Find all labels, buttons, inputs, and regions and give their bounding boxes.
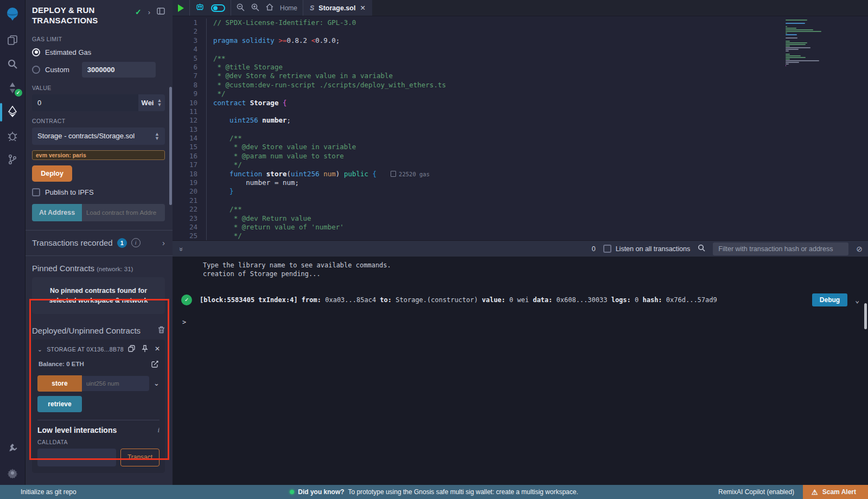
terminal-line: creation of Storage pending... <box>173 270 868 278</box>
active-plugin-indicator <box>0 103 2 121</box>
code-line[interactable]: 9 */ <box>173 89 868 98</box>
settings-icon[interactable] <box>0 461 25 485</box>
home-tab-label[interactable]: Home <box>280 4 297 12</box>
code-line[interactable]: 4 <box>173 45 868 54</box>
code-line[interactable]: 22 /** <box>173 205 868 214</box>
ai-assistant-icon[interactable] <box>195 3 205 13</box>
code-editor[interactable]: 1// SPDX-License-Identifier: GPL-3.023pr… <box>173 16 868 240</box>
scam-alert-button[interactable]: ⚠ Scam Alert <box>803 485 868 499</box>
store-function-button[interactable]: store <box>37 375 82 392</box>
code-line[interactable]: 23 * @dev Return value <box>173 214 868 223</box>
listen-all-checkbox[interactable]: Listen on all transactions <box>603 245 691 253</box>
panel-scrollbar[interactable] <box>169 87 172 205</box>
run-script-icon[interactable] <box>178 4 184 12</box>
code-line[interactable]: 11 <box>173 107 868 116</box>
custom-gas-input[interactable] <box>82 62 156 78</box>
copy-address-icon[interactable] <box>128 345 135 354</box>
code-line[interactable]: 18 function store(uint256 num) public {2… <box>173 170 868 178</box>
tab-label: Storage.sol <box>318 4 355 12</box>
code-line[interactable]: 24 * @return value of 'number' <box>173 223 868 232</box>
pin-contract-icon[interactable] <box>142 345 148 354</box>
code-line[interactable]: 25 */ <box>173 232 868 240</box>
value-input[interactable] <box>32 94 138 111</box>
retrieve-function-button[interactable]: retrieve <box>37 396 82 412</box>
code-line[interactable]: 13 <box>173 125 868 134</box>
radio-selected-icon <box>32 48 40 56</box>
custom-gas-label: Custom <box>45 66 69 74</box>
estimated-gas-label: Estimated Gas <box>45 48 91 56</box>
code-line[interactable]: 20 } <box>173 187 868 196</box>
expand-args-icon[interactable]: ⌄ <box>154 379 159 387</box>
app-window: ✓ DEPLOY & RUN TRANSACTIONS ✓ › <box>0 0 868 485</box>
value-unit-select[interactable]: Wei ▲▼ <box>138 94 165 111</box>
deploy-button[interactable]: Deploy <box>32 165 72 182</box>
chevron-right-icon[interactable]: › <box>162 238 165 247</box>
store-arg-input[interactable] <box>82 376 149 391</box>
ai-toggle-switch[interactable] <box>211 4 225 12</box>
info-icon[interactable]: i <box>131 238 141 247</box>
transact-button[interactable]: Transact <box>120 449 159 466</box>
minimap[interactable] <box>786 20 825 67</box>
contract-select[interactable]: Storage - contracts/Storage.sol ▲▼ <box>32 127 165 145</box>
code-line[interactable]: 14 /** <box>173 134 868 143</box>
info-icon[interactable]: i <box>157 426 159 434</box>
lightbulb-icon <box>290 490 294 494</box>
collapse-panel-icon[interactable]: › <box>148 8 150 16</box>
debugger-icon[interactable] <box>0 124 25 148</box>
tab-storage-sol[interactable]: S Storage.sol ✕ <box>303 0 372 16</box>
code-line[interactable]: 5/** <box>173 54 868 63</box>
plugin-manager-icon[interactable] <box>0 437 25 461</box>
zoom-in-icon[interactable] <box>251 3 259 13</box>
deploy-run-panel: DEPLOY & RUN TRANSACTIONS ✓ › GAS LIMIT … <box>25 0 173 485</box>
remix-logo-icon[interactable] <box>0 0 25 28</box>
code-line[interactable]: 21 <box>173 196 868 205</box>
home-icon[interactable] <box>266 3 273 12</box>
code-line[interactable]: 1// SPDX-License-Identifier: GPL-3.0 <box>173 18 868 27</box>
code-line[interactable]: 7 * @dev Store & retrieve value in a var… <box>173 72 868 80</box>
code-line[interactable]: 2 <box>173 27 868 36</box>
expand-log-icon[interactable]: ⌄ <box>855 296 859 304</box>
filter-input[interactable] <box>713 242 848 255</box>
transactions-recorded-row[interactable]: Transactions recorded 1 i › <box>32 232 165 254</box>
code-line[interactable]: 8 * @custom:dev-run-script ./scripts/dep… <box>173 81 868 89</box>
remove-contract-icon[interactable]: ✕ <box>155 345 160 354</box>
transaction-log-row[interactable]: ✓ [block:5583405 txIndex:4] from: 0xa03.… <box>173 290 868 310</box>
trash-icon[interactable] <box>158 326 165 335</box>
deploy-and-run-icon[interactable] <box>0 100 25 124</box>
solidity-compiler-icon[interactable]: ✓ <box>0 76 25 100</box>
code-line[interactable]: 16 * @param num value to store <box>173 152 868 161</box>
code-line[interactable]: 6 * @title Storage <box>173 63 868 72</box>
code-line[interactable]: 3pragma solidity >=0.8.2 <0.9.0; <box>173 36 868 45</box>
expand-terminal-icon[interactable]: » <box>177 247 186 250</box>
terminal-prompt[interactable]: > <box>173 310 868 326</box>
git-init-label[interactable]: Initialize as git repo <box>21 488 76 496</box>
estimated-gas-radio[interactable]: Estimated Gas <box>32 48 165 56</box>
code-line[interactable]: 19 number = num; <box>173 178 868 187</box>
chevron-down-icon[interactable]: ⌄ <box>37 346 42 353</box>
publish-ipfs-checkbox[interactable]: Publish to IPFS <box>32 188 165 196</box>
custom-gas-radio[interactable]: Custom <box>32 62 165 78</box>
edit-balance-icon[interactable] <box>151 361 158 369</box>
copilot-status-label[interactable]: RemixAI Copilot (enabled) <box>718 488 794 496</box>
divider <box>37 420 159 420</box>
icon-rail: ✓ <box>0 0 25 485</box>
code-line[interactable]: 12 uint256 number; <box>173 116 868 125</box>
terminal[interactable]: Type the library name to see available c… <box>173 257 868 485</box>
at-address-input[interactable] <box>82 204 165 221</box>
calldata-input[interactable] <box>37 449 116 466</box>
at-address-button[interactable]: At Address <box>32 204 82 221</box>
file-explorer-icon[interactable] <box>0 28 25 52</box>
terminal-search-icon[interactable] <box>698 244 705 253</box>
debug-button[interactable]: Debug <box>812 293 847 306</box>
terminal-scrollbar[interactable] <box>864 303 867 329</box>
calldata-label: CALLDATA <box>37 439 159 445</box>
code-line[interactable]: 17 */ <box>173 161 868 169</box>
clear-filter-icon[interactable]: ⊘ <box>856 245 863 253</box>
zoom-out-icon[interactable] <box>237 3 245 13</box>
code-line[interactable]: 15 * @dev Store value in variable <box>173 143 868 151</box>
git-icon[interactable] <box>0 148 25 171</box>
close-tab-icon[interactable]: ✕ <box>360 4 365 12</box>
search-icon[interactable] <box>0 52 25 76</box>
pin-panel-icon[interactable] <box>157 8 165 16</box>
code-line[interactable]: 10contract Storage { <box>173 99 868 107</box>
